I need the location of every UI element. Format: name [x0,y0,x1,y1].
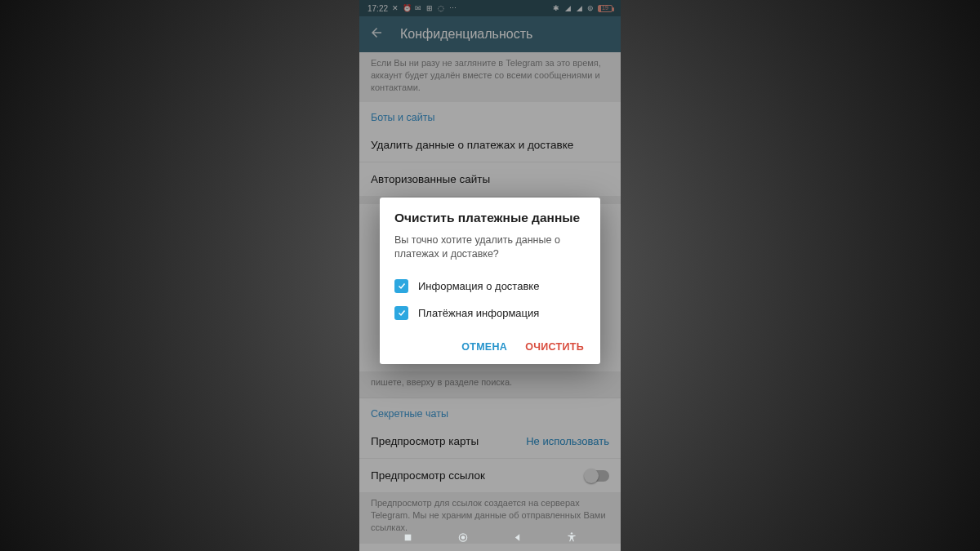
svg-rect-0 [405,534,412,540]
system-nav-bar [359,523,621,551]
svg-point-3 [571,532,572,534]
cancel-button[interactable]: ОТМЕНА [460,336,509,358]
nav-recent-button[interactable] [403,531,414,543]
nav-accessibility-button[interactable] [566,531,577,543]
svg-point-2 [461,535,465,540]
checkbox-label: Платёжная информация [418,307,539,319]
checkbox-checked-icon[interactable] [394,279,408,293]
dialog-message: Вы точно хотите удалить данные о платежа… [394,233,586,261]
checkbox-label: Информация о доставке [418,280,539,292]
nav-back-button[interactable] [511,531,523,543]
dialog-title: Очистить платежные данные [394,211,586,225]
clear-button[interactable]: ОЧИСТИТЬ [523,336,586,358]
phone-frame: 17:22 ✕ ⏰ ✉ ⊞ ◌ ⋯ ✱ ◢ ◢ ⊚ 19 Конфиденциа… [359,0,621,551]
dialog-actions: ОТМЕНА ОЧИСТИТЬ [394,327,586,358]
checkbox-checked-icon[interactable] [394,306,408,320]
clear-payment-dialog: Очистить платежные данные Вы точно хотит… [380,198,600,364]
nav-home-button[interactable] [457,531,469,543]
checkbox-row-payment[interactable]: Платёжная информация [394,300,586,327]
checkbox-row-shipping[interactable]: Информация о доставке [394,273,586,300]
